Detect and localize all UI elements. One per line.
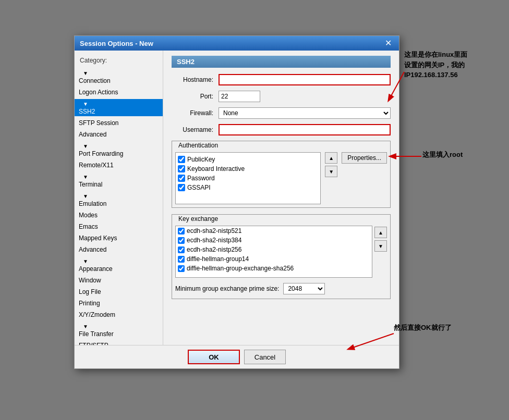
sidebar-item-advanced-term[interactable]: Advanced [75,244,163,255]
port-input[interactable]: 22 [219,91,260,102]
kex-up-button[interactable]: ▲ [374,227,387,238]
prime-select[interactable]: 1024 2048 4096 [283,283,325,294]
auth-checkbox-gssapi[interactable] [178,184,185,191]
kex-item-4: diffie-hellman-group14 [176,254,372,264]
kex-item-3: ecdh-sha2-nistp256 [176,245,372,254]
kex-item-2: ecdh-sha2-nistp384 [176,236,372,245]
kex-label-4: diffie-hellman-group14 [187,255,249,263]
kex-legend: Key exchange [176,215,220,223]
annotation-middle-right: 这里填入root [422,150,463,159]
auth-checkbox-publickey[interactable] [178,156,185,163]
session-options-dialog: Session Options - New ✕ Category: ▼ Conn… [74,35,399,369]
username-row: Username: [172,124,391,135]
kex-checkbox-5[interactable] [178,265,185,272]
port-label: Port: [172,93,219,100]
sidebar-item-log-file[interactable]: Log File [75,286,163,298]
ok-button[interactable]: OK [188,350,240,364]
auth-legend: Authentication [176,142,220,149]
category-tree: Category: ▼ Connection Logon Actions ▼ S… [75,51,163,345]
sidebar-item-ssh2[interactable]: ▼ SSH2 [75,98,163,117]
sidebar-item-ftp-sftp[interactable]: FTP/SFTP [75,340,163,345]
prime-row: Minimum group exchange prime size: 1024 … [172,283,390,299]
sidebar-item-modes[interactable]: Modes [75,209,163,221]
auth-body: PublicKey Keyboard Interactive Password [172,149,390,207]
firewall-label: Firewall: [172,109,219,117]
sidebar-item-logon-actions[interactable]: Logon Actions [75,87,163,98]
dialog-titlebar: Session Options - New ✕ [75,36,399,51]
auth-label-publickey: PublicKey [187,156,215,163]
kex-list[interactable]: ecdh-sha2-nistp521 ecdh-sha2-nistp384 ec… [175,226,372,278]
hostname-input[interactable] [219,74,391,85]
sidebar-item-terminal[interactable]: ▼ Terminal [75,171,163,190]
sidebar-item-xy-zmodem[interactable]: X/Y/Zmodem [75,309,163,320]
auth-label-password: Password [187,175,215,182]
sidebar-item-sftp-session[interactable]: SFTP Session [75,117,163,129]
sidebar-item-remote-x11[interactable]: Remote/X11 [75,159,163,171]
kex-checkbox-4[interactable] [178,256,185,263]
username-input[interactable] [219,124,391,135]
firewall-select[interactable]: None SOCKS4 SOCKS5 HTTP [219,107,391,119]
auth-checkbox-keyboard[interactable] [178,165,185,172]
auth-item-publickey: PublicKey [178,155,318,164]
auth-item-password: Password [178,174,318,183]
dialog-footer: OK Cancel [75,345,399,368]
cancel-button[interactable]: Cancel [244,350,286,364]
main-panel: SSH2 Hostname: Port: 22 Firewall: None S… [163,51,399,345]
auth-list: PublicKey Keyboard Interactive Password [175,152,321,204]
annotation-top-right: 这里是你在linux里面设置的网关IP，我的IP192.168.137.56 [404,50,467,80]
sidebar-item-advanced-conn[interactable]: Advanced [75,129,163,140]
sidebar-item-port-forwarding[interactable]: ▼ Port Forwarding [75,140,163,159]
dialog-body: Category: ▼ Connection Logon Actions ▼ S… [75,51,399,345]
auth-label-keyboard: Keyboard Interactive [187,165,245,172]
kex-item-1: ecdh-sha2-nistp521 [176,226,372,236]
auth-item-gssapi: GSSAPI [178,183,318,192]
sidebar-item-emulation[interactable]: ▼ Emulation [75,190,163,209]
sidebar-item-printing[interactable]: Printing [75,298,163,309]
auth-buttons: ▲ ▼ [325,152,337,204]
sidebar-item-connection[interactable]: ▼ Connection [75,67,163,87]
port-row: Port: 22 [172,91,391,102]
close-button[interactable]: ✕ [383,39,394,47]
authentication-group: Authentication PublicKey Keyboard Intera… [172,141,391,208]
auth-checkbox-password[interactable] [178,175,185,182]
annotation-bottom-right: 然后直接OK就行了 [394,323,452,332]
auth-down-button[interactable]: ▼ [325,166,337,177]
prime-label: Minimum group exchange prime size: [175,285,279,292]
sidebar-item-mapped-keys[interactable]: Mapped Keys [75,232,163,244]
kex-down-button[interactable]: ▼ [374,240,387,252]
firewall-row: Firewall: None SOCKS4 SOCKS5 HTTP [172,107,391,119]
kex-label-2: ecdh-sha2-nistp384 [187,237,241,244]
properties-button[interactable]: Properties... [342,152,387,164]
auth-label-gssapi: GSSAPI [187,184,211,191]
kex-side-buttons: ▲ ▼ [374,226,387,278]
key-exchange-group: Key exchange ecdh-sha2-nistp521 ecdh-sha… [172,214,391,299]
kex-label-5: diffie-hellman-group-exchange-sha256 [187,265,294,272]
auth-up-button[interactable]: ▲ [325,152,337,164]
section-header: SSH2 [172,56,391,68]
hostname-label: Hostname: [172,76,219,83]
auth-item-keyboard: Keyboard Interactive [178,164,318,174]
sidebar-item-appearance[interactable]: ▼ Appearance [75,255,163,275]
kex-label-3: ecdh-sha2-nistp256 [187,246,241,253]
kex-label-1: ecdh-sha2-nistp521 [187,227,241,234]
hostname-row: Hostname: [172,74,391,85]
category-label: Category: [75,55,163,67]
kex-checkbox-1[interactable] [178,228,185,234]
kex-body: ecdh-sha2-nistp521 ecdh-sha2-nistp384 ec… [172,223,390,281]
kex-list-container: ecdh-sha2-nistp521 ecdh-sha2-nistp384 ec… [175,226,372,278]
sidebar-item-file-transfer[interactable]: ▼ File Transfer [75,320,163,340]
kex-checkbox-2[interactable] [178,237,185,244]
kex-item-5: diffie-hellman-group-exchange-sha256 [176,264,372,273]
sidebar-item-window[interactable]: Window [75,275,163,286]
username-label: Username: [172,126,219,133]
sidebar-item-emacs[interactable]: Emacs [75,221,163,232]
dialog-title: Session Options - New [80,40,153,47]
properties-section: Properties... [342,152,387,204]
kex-checkbox-3[interactable] [178,246,185,253]
